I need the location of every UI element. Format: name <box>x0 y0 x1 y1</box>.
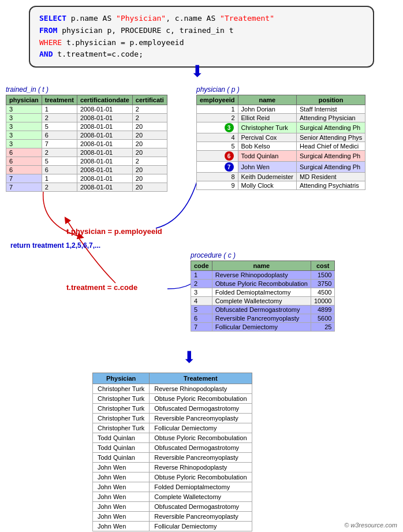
procedure-section: procedure ( c ) codenamecost 1Reverse Rh… <box>191 251 335 332</box>
watermark: © w3resource.com <box>344 522 397 529</box>
table-row: 312008-01-012 <box>6 105 167 114</box>
table-row: 712008-01-0120 <box>6 174 167 183</box>
physician-label: physician ( p ) <box>196 85 365 94</box>
table-row: 4Percival CoxSenior Attending Phys <box>197 133 365 142</box>
sql-box: SELECT p.name AS "Physician", c.name AS … <box>29 6 374 68</box>
table-row: 6Todd QuinlanSurgical Attending Ph <box>197 151 365 162</box>
table-row: 322008-01-012 <box>6 114 167 122</box>
annotation-treatment: t.treatment = c.code <box>66 283 137 292</box>
physician-section: physician ( p ) employeeidnameposition 1… <box>196 85 365 190</box>
table-row: 7Follicular Demiectomy25 <box>191 323 335 332</box>
table-row: 8Keith DudemeisterMD Resident <box>197 173 365 181</box>
annotation-return: return treatment 1,2,5,6,7,... <box>10 241 100 250</box>
table-row: 722008-01-0120 <box>6 183 167 192</box>
physician-table: employeeidnameposition 1John DorianStaff… <box>196 95 365 190</box>
annotation-physician: t.physician = p.employeeid <box>66 227 162 236</box>
table-row: 6Reversible Pancreomyoplasty5600 <box>191 314 335 323</box>
result-section: PhysicianTreatement Christopher TurkReve… <box>92 373 252 531</box>
table-row: John WenFollicular Demiectomy <box>93 522 252 531</box>
table-row: 1Reverse Rhinopodoplasty1500 <box>191 271 335 280</box>
table-row: John WenReverse Rhinopodoplasty <box>93 463 252 473</box>
table-row: John WenReversible Pancreomyoplasty <box>93 512 252 522</box>
table-row: John WenObfuscated Dermogastrotomy <box>93 502 252 512</box>
table-row: 622008-01-0120 <box>6 148 167 157</box>
table-row: John WenObtuse Pyloric Recombobulation <box>93 473 252 482</box>
table-row: 2Elliot ReidAttending Physician <box>197 114 365 122</box>
table-row: Christopher TurkFollicular Demiectomy <box>93 423 252 433</box>
table-row: 652008-01-012 <box>6 157 167 166</box>
table-row: 4Complete Walletectomy10000 <box>191 297 335 306</box>
sql-select-kw: SELECT <box>39 14 66 23</box>
table-row: John WenComplete Walletectomy <box>93 492 252 502</box>
table-row: 1John DorianStaff Internist <box>197 105 365 114</box>
table-row: 372008-01-0120 <box>6 140 167 148</box>
table-row: 352008-01-0120 <box>6 122 167 131</box>
procedure-table: codenamecost 1Reverse Rhinopodoplasty150… <box>191 261 335 332</box>
trained-in-table: physiciantreatmentcertificationdatecerti… <box>6 95 167 192</box>
table-row: 9Molly ClockAttending Psychiatris <box>197 181 365 190</box>
table-row: 5Obfuscated Dermogastrotomy4899 <box>191 306 335 314</box>
table-row: 2Obtuse Pyloric Recombobulation3750 <box>191 280 335 288</box>
table-row: Christopher TurkReverse Rhinopodoplasty <box>93 384 252 394</box>
arrow-down-1: ⬇ <box>191 64 204 80</box>
procedure-label: procedure ( c ) <box>191 251 335 259</box>
table-row: Todd QuinlanObfuscated Dermogastrotomy <box>93 443 252 453</box>
table-row: Christopher TurkObfuscated Dermogastroto… <box>93 404 252 414</box>
arrow-down-2: ⬇ <box>182 349 196 366</box>
table-row: 662008-01-0120 <box>6 166 167 174</box>
table-row: Todd QuinlanReversible Pancreomyoplasty <box>93 453 252 463</box>
table-row: Christopher TurkReversible Pancreomyopla… <box>93 414 252 423</box>
table-row: 3Christopher TurkSurgical Attending Ph <box>197 122 365 133</box>
table-row: Todd QuinlanObtuse Pyloric Recombobulati… <box>93 433 252 443</box>
table-row: 3Folded Demioptalmectomy4500 <box>191 288 335 297</box>
result-table: PhysicianTreatement Christopher TurkReve… <box>92 373 252 531</box>
trained-in-section: trained_in ( t ) physiciantreatmentcerti… <box>6 85 167 192</box>
table-row: 362008-01-0120 <box>6 131 167 140</box>
trained-in-label: trained_in ( t ) <box>6 85 167 94</box>
table-row: Christopher TurkObtuse Pyloric Recombobu… <box>93 394 252 404</box>
table-row: John WenFolded Demioptalmectomy <box>93 482 252 492</box>
table-row: 7John WenSurgical Attending Ph <box>197 162 365 173</box>
table-row: 5Bob KelsoHead Chief of Medici <box>197 142 365 151</box>
